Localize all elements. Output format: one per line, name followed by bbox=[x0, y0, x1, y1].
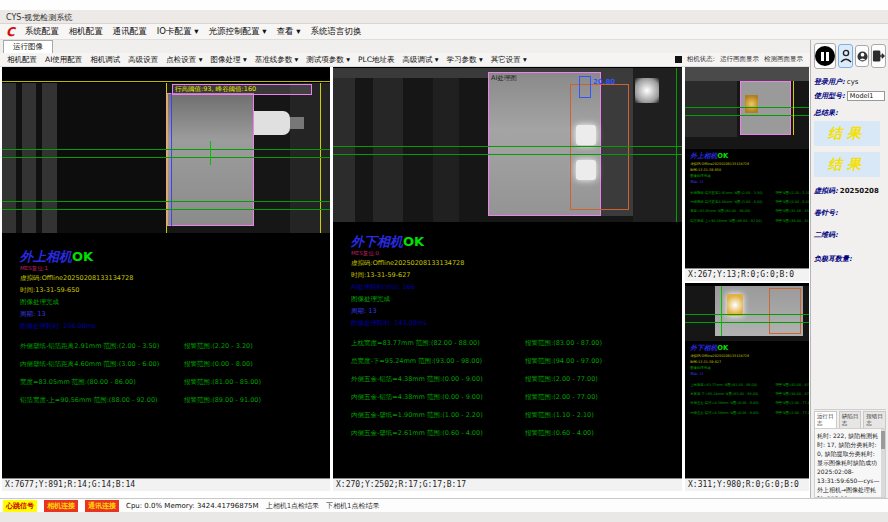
elapsed-line: 图像处理耗时: 256.00ms bbox=[20, 320, 330, 332]
heartbeat-status-badge: 心跳信号 bbox=[3, 500, 37, 512]
tab-run-image[interactable]: 运行图像 bbox=[3, 40, 53, 53]
side-panel: 登录用户: cys 使用型号: Model1 总结果: 结果 结果 虚拟码: 2… bbox=[810, 40, 888, 498]
green-measure-line bbox=[2, 201, 330, 202]
pause-icon bbox=[815, 46, 835, 66]
tool-ai-config[interactable]: AI使用配置 bbox=[45, 55, 82, 65]
user-switch-button[interactable] bbox=[855, 45, 869, 67]
alarm-range: 报警范围:(89.00 - 91.00) bbox=[184, 394, 330, 406]
bright-clip bbox=[576, 160, 596, 180]
measurement-value: 内侧五金-铝箔=4.38mm 范围:(0.00 - 9.00) bbox=[351, 391, 511, 403]
tool-camera-debug[interactable]: 相机调试 bbox=[90, 55, 120, 65]
measurement-value: 总宽度-下=95.24mm 范围:(93.00 - 98.00) bbox=[690, 391, 768, 397]
blue-roi-box bbox=[579, 76, 591, 98]
log-tab-run[interactable]: 运行日志 bbox=[814, 411, 837, 428]
green-measure-line bbox=[685, 115, 809, 116]
machine-band bbox=[373, 78, 403, 222]
user-login-button[interactable] bbox=[838, 44, 853, 68]
result-ok-badge: OK bbox=[403, 234, 424, 249]
log-text: 耗时: 222, 缺陷检测耗时: 17, 缺陷分类耗时: 0, 缺陷提取分类耗时… bbox=[817, 432, 879, 498]
window-title: CYS-视觉检测系统 bbox=[6, 13, 72, 22]
mini-camera-image-upper[interactable] bbox=[685, 67, 809, 149]
alarm-range: 报警范围:(89.00 - 91.00) bbox=[775, 218, 809, 224]
result-text: 结果 bbox=[828, 156, 866, 174]
log-text-area[interactable]: 耗时: 222, 缺陷检测耗时: 17, 缺陷分类耗时: 0, 缺陷提取分类耗时… bbox=[814, 428, 886, 498]
tool-test-params[interactable]: 测试项参数 ▾ bbox=[306, 55, 350, 65]
alarm-range: 报警范围:(83.00 - 87.00) bbox=[775, 382, 809, 388]
app-window: CYS-视觉检测系统 C 系统配置 相机配置 通讯配置 IO卡配置 ▾ 光源控制… bbox=[0, 0, 888, 522]
lower-camera-check-result[interactable]: 下相机1点检结果 bbox=[326, 501, 379, 511]
green-measure-line bbox=[685, 107, 809, 108]
tool-image-processing[interactable]: 图像处理 ▾ bbox=[211, 55, 247, 65]
negative-tab-count-label: 负极耳数量: bbox=[814, 254, 886, 264]
alarm-range: 报警范围:(81.00 - 85.00) bbox=[184, 376, 330, 388]
alarm-range: 报警范围:(0.60 - 4.00) bbox=[525, 427, 682, 439]
status-bar: 心跳信号 相机连接 通讯连接 Cpu: 0.0% Memory: 3424.41… bbox=[0, 498, 888, 512]
measurement-value: 内侧五金-壁纸=1.90mm 范围:(1.00 - 2.20) bbox=[351, 409, 511, 421]
camera-result-text-upper: 外上相机OK MES复位:1 虚拟码:Offline20250208133134… bbox=[2, 233, 330, 406]
menu-io-config[interactable]: IO卡配置 ▾ bbox=[157, 26, 199, 38]
alarm-range: 报警范围:(2.00 - 77.00) bbox=[525, 391, 682, 403]
machine-band bbox=[433, 78, 459, 222]
alarm-range: 报警范围:(2.00 - 77.00) bbox=[525, 373, 682, 385]
camera-image-upper[interactable]: 行高阈值:93, 峰谷阈值:160 bbox=[2, 83, 330, 233]
result-box-lower: 结果 bbox=[814, 152, 880, 177]
main-area: 运行图像 相机配置 AI使用配置 相机调试 高级设置 点检设置 ▾ 图像处理 ▾… bbox=[0, 40, 888, 498]
tool-advanced-debug[interactable]: 高级调试 ▾ bbox=[402, 55, 438, 65]
upper-camera-check-result[interactable]: 上相机1点检结果 bbox=[266, 501, 319, 511]
login-user-label: 登录用户: bbox=[814, 77, 845, 87]
camera-title: 外下相机 bbox=[351, 234, 403, 249]
pixel-coordinate-bar: X:311;Y:980;R:0;G:0;B:0 bbox=[685, 478, 809, 491]
machine-band bbox=[333, 78, 355, 222]
measurement-value: 内侧壁纸-铝箔距离4.60mm 范围:(3.00 - 6.00) bbox=[20, 358, 170, 370]
tool-other-settings[interactable]: 其它设置 ▾ bbox=[491, 55, 527, 65]
menu-language[interactable]: 系统语言切换 bbox=[310, 26, 361, 38]
title-bar: CYS-视觉检测系统 bbox=[0, 10, 888, 24]
log-tab-error[interactable]: 报错日志 bbox=[863, 411, 886, 428]
menu-comm-config[interactable]: 通讯配置 bbox=[113, 26, 147, 38]
mes-reset-text: MES复位:0 bbox=[351, 250, 682, 257]
log-scrollbar[interactable] bbox=[881, 429, 885, 497]
tool-advanced-settings[interactable]: 高级设置 bbox=[128, 55, 158, 65]
tool-camera-config[interactable]: 相机配置 bbox=[7, 55, 37, 65]
blue-value-label: 20.80 bbox=[593, 78, 615, 86]
menu-light-config[interactable]: 光源控制配置 ▾ bbox=[208, 26, 266, 38]
tool-baseline-params[interactable]: 基准线参数 ▾ bbox=[255, 55, 299, 65]
connector-part bbox=[254, 111, 290, 135]
orange-roi-box bbox=[570, 84, 629, 210]
camera-panel-upper-outer: 行高阈值:93, 峰谷阈值:160 外上相机OK MES复位:1 虚拟码:Off… bbox=[2, 67, 330, 491]
exit-button[interactable] bbox=[871, 44, 886, 68]
measurement-value: 总宽度-下=95.24mm 范围:(93.00 - 98.00) bbox=[351, 355, 511, 367]
comm-connection-badge: 通讯连接 bbox=[85, 500, 119, 512]
camera-result-text-lower: 外下相机OK MES复位:0 虚拟码:Offline20250208133134… bbox=[333, 222, 682, 439]
menu-camera-config[interactable]: 相机配置 bbox=[69, 26, 103, 38]
green-tick bbox=[721, 286, 722, 336]
toolbar: 相机配置 AI使用配置 相机调试 高级设置 点检设置 ▾ 图像处理 ▾ 基准线参… bbox=[0, 53, 810, 67]
measurement-value: 外侧壁纸-铝箔距离2.91mm 范围:(2.00 - 3.50) bbox=[20, 340, 170, 352]
virtual-code-label: 虚拟码: bbox=[814, 186, 838, 196]
ai-elapsed-line: AI处理耗时(ms): 166 bbox=[351, 281, 682, 293]
yellow-guide-line bbox=[320, 83, 321, 233]
pause-button[interactable] bbox=[814, 43, 836, 69]
camera-title: 外上相机 bbox=[20, 249, 72, 264]
app-logo-icon: C bbox=[6, 27, 15, 37]
mini-camera-image-lower[interactable] bbox=[685, 286, 809, 341]
menu-view[interactable]: 查看 ▾ bbox=[276, 26, 300, 38]
bright-spot bbox=[635, 78, 659, 103]
menu-system-config[interactable]: 系统配置 bbox=[25, 26, 59, 38]
camera-connection-badge: 相机连接 bbox=[44, 500, 78, 512]
log-scrollbar-thumb[interactable] bbox=[881, 431, 885, 449]
camera-title: 外下相机 bbox=[690, 344, 717, 352]
log-tab-defect[interactable]: 缺陷日志 bbox=[839, 411, 862, 428]
cycle-line: 周期: 13 bbox=[20, 308, 330, 320]
cycle-line: 周期: 13 bbox=[351, 305, 682, 317]
connector-tail bbox=[290, 117, 304, 129]
measurement-value: 上枕宽度=83.77mm 范围:(82.00 - 88.00) bbox=[351, 337, 511, 349]
camera-image-lower[interactable]: AI处理图 20.80 bbox=[333, 68, 682, 222]
tool-learn-params[interactable]: 学习参数 ▾ bbox=[447, 55, 483, 65]
time-line: 时间:13-31-59-650 bbox=[20, 284, 330, 296]
user-dark-icon bbox=[857, 50, 868, 63]
tool-spot-check[interactable]: 点检设置 ▾ bbox=[166, 55, 202, 65]
tool-plc-table[interactable]: PLC地址表 bbox=[358, 55, 394, 65]
model-select[interactable]: Model1 bbox=[847, 91, 885, 101]
green-measure-line bbox=[2, 209, 330, 210]
